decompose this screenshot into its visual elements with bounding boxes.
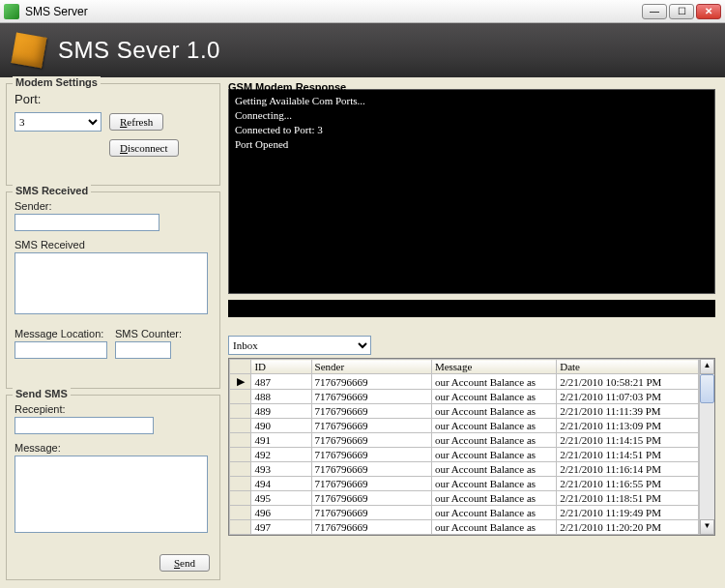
cell-marker[interactable] xyxy=(230,433,251,448)
table-row[interactable]: 4987176796669our Account Balance as2/21/… xyxy=(230,535,699,536)
refresh-button[interactable]: Refresh xyxy=(109,113,163,131)
cell-message[interactable]: our Account Balance as xyxy=(431,390,556,404)
maximize-button[interactable]: ☐ xyxy=(669,4,694,19)
cell-message[interactable]: our Account Balance as xyxy=(431,477,556,491)
cell-message[interactable]: our Account Balance as xyxy=(431,506,556,520)
cell-message[interactable]: our Account Balance as xyxy=(431,374,556,390)
cell-date[interactable]: 2/21/2010 11:11:39 PM xyxy=(557,404,699,419)
recipient-input[interactable] xyxy=(14,417,154,434)
cell-message[interactable]: our Account Balance as xyxy=(431,535,556,536)
cell-date[interactable]: 2/21/2010 10:58:21 PM xyxy=(557,374,699,390)
table-row[interactable]: 4887176796669our Account Balance as2/21/… xyxy=(230,390,699,404)
cell-date[interactable]: 2/21/2010 11:16:14 PM xyxy=(557,462,699,477)
cell-sender[interactable]: 7176796669 xyxy=(311,390,431,404)
cell-sender[interactable]: 7176796669 xyxy=(311,491,431,506)
cell-sender[interactable]: 7176796669 xyxy=(311,462,431,477)
grid-column-header[interactable] xyxy=(230,360,251,374)
cell-marker[interactable] xyxy=(230,535,251,536)
cell-sender[interactable]: 7176796669 xyxy=(311,448,431,462)
cell-sender[interactable]: 7176796669 xyxy=(311,374,431,390)
message-text[interactable] xyxy=(14,456,208,533)
cell-date[interactable]: 2/21/2010 11:07:03 PM xyxy=(557,390,699,404)
cell-marker[interactable] xyxy=(230,506,251,520)
messages-grid[interactable]: IDSenderMessageDate ▶4877176796669our Ac… xyxy=(228,358,715,536)
table-row[interactable]: 4957176796669our Account Balance as2/21/… xyxy=(230,491,699,506)
cell-id[interactable]: 492 xyxy=(251,448,311,462)
cell-date[interactable]: 2/21/2010 11:16:55 PM xyxy=(557,477,699,491)
cell-message[interactable]: our Account Balance as xyxy=(431,419,556,433)
cell-marker[interactable] xyxy=(230,491,251,506)
table-row[interactable]: 4927176796669our Account Balance as2/21/… xyxy=(230,448,699,462)
cell-marker[interactable]: ▶ xyxy=(230,374,251,390)
table-row[interactable]: 4907176796669our Account Balance as2/21/… xyxy=(230,419,699,433)
msg-location-input[interactable] xyxy=(14,341,107,359)
close-button[interactable]: ✕ xyxy=(696,4,721,19)
cell-message[interactable]: our Account Balance as xyxy=(431,520,556,535)
grid-column-header[interactable]: Message xyxy=(431,360,556,374)
scroll-down-icon[interactable]: ▼ xyxy=(700,519,714,535)
cell-date[interactable]: 2/21/2010 11:24:19 PM xyxy=(557,535,699,536)
table-row[interactable]: 4897176796669our Account Balance as2/21/… xyxy=(230,404,699,419)
cell-sender[interactable]: 7176796669 xyxy=(311,520,431,535)
table-row[interactable]: 4977176796669our Account Balance as2/21/… xyxy=(230,520,699,535)
cell-date[interactable]: 2/21/2010 11:18:51 PM xyxy=(557,491,699,506)
sms-body-text[interactable] xyxy=(14,252,208,314)
cell-marker[interactable] xyxy=(230,477,251,491)
table-row[interactable]: 4917176796669our Account Balance as2/21/… xyxy=(230,433,699,448)
folder-combo[interactable]: Inbox xyxy=(228,336,371,355)
grid-scrollbar[interactable]: ▲ ▼ xyxy=(699,359,714,535)
cell-sender[interactable]: 7176796669 xyxy=(311,477,431,491)
cell-sender[interactable]: 7176796669 xyxy=(311,506,431,520)
cell-marker[interactable] xyxy=(230,520,251,535)
scroll-up-icon[interactable]: ▲ xyxy=(700,359,714,374)
cell-sender[interactable]: 7176796669 xyxy=(311,535,431,536)
cell-date[interactable]: 2/21/2010 11:13:09 PM xyxy=(557,419,699,433)
cell-sender[interactable]: 7176796669 xyxy=(311,419,431,433)
cell-sender[interactable]: 7176796669 xyxy=(311,433,431,448)
table-row[interactable]: ▶4877176796669our Account Balance as2/21… xyxy=(230,374,699,390)
grid-column-header[interactable]: Date xyxy=(557,360,699,374)
port-combo[interactable]: 3 xyxy=(14,112,102,132)
table-row[interactable]: 4947176796669our Account Balance as2/21/… xyxy=(230,477,699,491)
grid-column-header[interactable]: ID xyxy=(251,360,311,374)
cell-id[interactable]: 491 xyxy=(251,433,311,448)
cell-id[interactable]: 495 xyxy=(251,491,311,506)
cell-date[interactable]: 2/21/2010 11:19:49 PM xyxy=(557,506,699,520)
cell-marker[interactable] xyxy=(230,419,251,433)
cell-marker[interactable] xyxy=(230,448,251,462)
sender-input[interactable] xyxy=(14,214,160,231)
cell-message[interactable]: our Account Balance as xyxy=(431,448,556,462)
scroll-thumb[interactable] xyxy=(700,374,714,403)
cell-date[interactable]: 2/21/2010 11:14:15 PM xyxy=(557,433,699,448)
cell-id[interactable]: 494 xyxy=(251,477,311,491)
cell-marker[interactable] xyxy=(230,404,251,419)
app-title: SMS Sever 1.0 xyxy=(58,37,220,64)
cell-message[interactable]: our Account Balance as xyxy=(431,433,556,448)
disconnect-button[interactable]: Disconnect xyxy=(109,139,179,157)
cell-id[interactable]: 496 xyxy=(251,506,311,520)
cell-id[interactable]: 497 xyxy=(251,520,311,535)
cell-message[interactable]: our Account Balance as xyxy=(431,491,556,506)
cell-marker[interactable] xyxy=(230,390,251,404)
sms-counter-input[interactable] xyxy=(115,341,171,359)
cell-id[interactable]: 493 xyxy=(251,462,311,477)
cell-id[interactable]: 498 xyxy=(251,535,311,536)
cell-date[interactable]: 2/21/2010 11:20:20 PM xyxy=(557,520,699,535)
sms-received-group: SMS Received Sender: SMS Received Messag… xyxy=(6,191,220,389)
cell-message[interactable]: our Account Balance as xyxy=(431,462,556,477)
send-sms-title: Send SMS xyxy=(13,388,71,399)
gsm-response-box[interactable]: Getting Available Com Ports...Connecting… xyxy=(228,89,715,294)
send-button[interactable]: Send xyxy=(160,554,210,572)
minimize-button[interactable]: — xyxy=(642,4,667,19)
cell-id[interactable]: 490 xyxy=(251,419,311,433)
table-row[interactable]: 4967176796669our Account Balance as2/21/… xyxy=(230,506,699,520)
cell-marker[interactable] xyxy=(230,462,251,477)
cell-id[interactable]: 489 xyxy=(251,404,311,419)
cell-id[interactable]: 487 xyxy=(251,374,311,390)
cell-message[interactable]: our Account Balance as xyxy=(431,404,556,419)
cell-id[interactable]: 488 xyxy=(251,390,311,404)
table-row[interactable]: 4937176796669our Account Balance as2/21/… xyxy=(230,462,699,477)
cell-date[interactable]: 2/21/2010 11:14:51 PM xyxy=(557,448,699,462)
cell-sender[interactable]: 7176796669 xyxy=(311,404,431,419)
grid-column-header[interactable]: Sender xyxy=(311,360,431,374)
